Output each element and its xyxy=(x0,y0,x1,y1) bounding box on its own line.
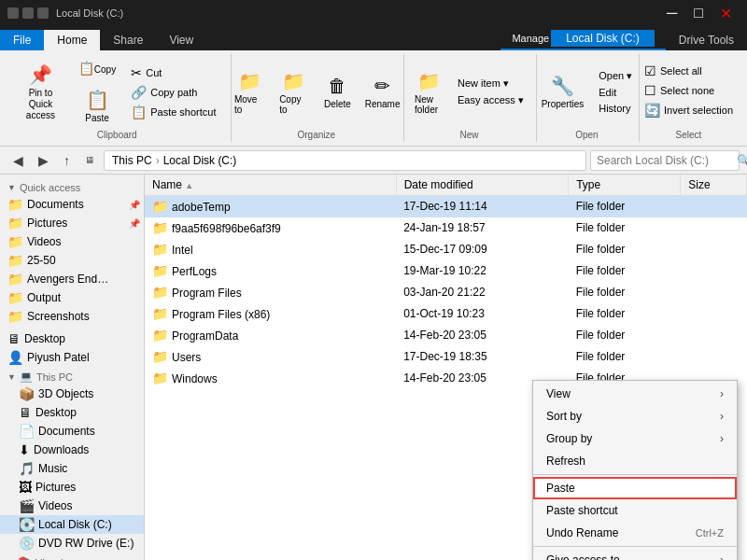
sidebar-item-label: Desktop xyxy=(35,406,77,419)
ctx-view[interactable]: View › xyxy=(533,383,737,405)
back-button[interactable]: ◀ xyxy=(7,150,29,171)
ctx-group-by[interactable]: Group by › xyxy=(533,427,737,450)
tab-drive-tools[interactable]: Drive Tools xyxy=(666,30,747,50)
table-row[interactable]: 📁PerfLogs 19-Mar-19 10:22 File folder xyxy=(145,260,747,282)
edit-button[interactable]: Edit xyxy=(592,85,639,100)
table-row[interactable]: 📁f9aa5f698f96be6af3f9 24-Jan-19 18:57 Fi… xyxy=(145,217,747,239)
new-item-button[interactable]: New item ▾ xyxy=(451,76,530,91)
pin-quick-access-button[interactable]: 📌 Pin to Quick access xyxy=(11,59,70,126)
quick-access-section[interactable]: ▼ Quick access xyxy=(0,178,144,195)
tab-file[interactable]: File xyxy=(0,30,44,50)
table-header-row: Name ▲ Date modified Type Size xyxy=(145,175,747,196)
sidebar-item-desktop2[interactable]: 🖥 Desktop xyxy=(0,403,144,422)
recent-button[interactable]: 🖥 xyxy=(79,152,100,168)
paste-shortcut-button[interactable]: 📋 Paste shortcut xyxy=(124,103,222,121)
search-box[interactable]: 🔍 xyxy=(590,150,740,171)
ctx-paste[interactable]: Paste xyxy=(533,477,737,499)
table-row[interactable]: 📁Users 17-Dec-19 18:35 File folder xyxy=(145,346,747,368)
breadcrumb-thispc[interactable]: This PC xyxy=(112,154,152,167)
maximize-button[interactable]: □ xyxy=(686,3,711,24)
file-size-cell xyxy=(681,282,747,303)
forward-button[interactable]: ▶ xyxy=(33,150,54,171)
this-pc-section[interactable]: ▼ 💻 This PC xyxy=(0,367,144,385)
file-size-cell xyxy=(681,239,747,260)
app-icon xyxy=(7,7,19,19)
table-row[interactable]: 📁Intel 15-Dec-17 09:09 File folder xyxy=(145,239,747,260)
move-to-button[interactable]: 📁 Move to xyxy=(228,65,271,119)
sidebar-item-desktop[interactable]: 🖥 Desktop xyxy=(0,329,144,348)
ctx-sort-by[interactable]: Sort by › xyxy=(533,405,737,427)
invert-selection-button[interactable]: 🔄 Invert selection xyxy=(638,101,740,119)
paste-button[interactable]: 📋 Paste xyxy=(72,84,122,128)
quick-access-arrow: ▼ xyxy=(7,183,16,192)
col-date[interactable]: Date modified xyxy=(396,175,568,196)
up-button[interactable]: ↑ xyxy=(58,150,76,171)
rename-button[interactable]: ✏ Rename xyxy=(359,70,404,114)
delete-button[interactable]: 🗑 Delete xyxy=(317,71,358,114)
file-name-cell: 📁Intel xyxy=(145,239,396,260)
file-type-cell: File folder xyxy=(569,260,681,282)
file-name-cell: 📁Program Files xyxy=(145,282,396,303)
ctx-refresh[interactable]: Refresh xyxy=(533,450,737,472)
sidebar-item-avengers[interactable]: 📁 Avengers Endgame (… xyxy=(0,270,144,288)
select-none-button[interactable]: ☐ Select none xyxy=(638,81,740,100)
window-title: Local Disk (C:) xyxy=(56,7,659,19)
sidebar-item-dvd[interactable]: 💿 DVD RW Drive (E:) xyxy=(0,534,144,553)
copy-to-button[interactable]: 📁 Copy to xyxy=(273,65,315,119)
libraries-section[interactable]: ▶ 📚 Libraries xyxy=(0,553,144,560)
new-folder-button[interactable]: 📁 New folder xyxy=(408,65,449,119)
tab-view[interactable]: View xyxy=(156,30,206,50)
file-type-cell: File folder xyxy=(569,217,681,239)
sidebar-item-downloads[interactable]: ⬇ Downloads xyxy=(0,441,144,459)
pictures-icon: 📁 xyxy=(7,216,23,231)
table-row[interactable]: 📁Program Files 03-Jan-20 21:22 File fold… xyxy=(145,282,747,303)
search-input[interactable] xyxy=(597,154,737,167)
breadcrumb[interactable]: This PC › Local Disk (C:) xyxy=(104,150,586,171)
sidebar-item-screenshots[interactable]: 📁 Screenshots xyxy=(0,307,144,326)
sidebar-item-documents[interactable]: 📁 Documents 📌 xyxy=(0,195,144,214)
history-button[interactable]: History xyxy=(592,101,639,116)
sidebar-item-videos2[interactable]: 🎬 Videos xyxy=(0,497,144,515)
ctx-paste-shortcut[interactable]: Paste shortcut xyxy=(533,499,737,522)
cut-button[interactable]: ✂ Cut xyxy=(124,63,222,82)
file-table: Name ▲ Date modified Type Size 📁adobeTem… xyxy=(145,175,747,389)
sidebar-item-output[interactable]: 📁 Output xyxy=(0,288,144,307)
sidebar-item-user[interactable]: 👤 Piyush Patel xyxy=(0,348,144,367)
close-button[interactable]: ✕ xyxy=(712,3,740,24)
sidebar-item-3d-objects[interactable]: 📦 3D Objects xyxy=(0,385,144,403)
col-type[interactable]: Type xyxy=(569,175,681,196)
col-name[interactable]: Name ▲ xyxy=(145,175,396,196)
easy-access-button[interactable]: Easy access ▾ xyxy=(451,92,530,108)
table-row[interactable]: 📁ProgramData 14-Feb-20 23:05 File folder xyxy=(145,325,747,346)
open-label: Open xyxy=(575,128,598,140)
sidebar-item-pictures[interactable]: 📁 Pictures 📌 xyxy=(0,214,144,232)
select-group: ☑ Select all ☐ Select none 🔄 Invert sele… xyxy=(641,54,740,142)
copy-path-button[interactable]: 🔗 Copy path xyxy=(124,83,222,102)
new-label: New xyxy=(459,128,478,140)
file-name-cell: 📁Program Files (x86) xyxy=(145,303,396,325)
ctx-undo-rename[interactable]: Undo Rename Ctrl+Z xyxy=(533,522,737,544)
table-row[interactable]: 📁adobeTemp 17-Dec-19 11:14 File folder xyxy=(145,196,747,217)
open-button[interactable]: Open ▾ xyxy=(592,68,639,84)
ctx-give-access[interactable]: Give access to › xyxy=(533,549,737,560)
sidebar-item-25-50[interactable]: 📁 25-50 xyxy=(0,251,144,270)
properties-button[interactable]: 🔧 Properties xyxy=(535,70,591,114)
sidebar-item-videos[interactable]: 📁 Videos xyxy=(0,232,144,251)
copy-button[interactable]: 📋 Copy xyxy=(72,56,122,82)
sidebar-item-music[interactable]: 🎵 Music xyxy=(0,459,144,478)
table-row[interactable]: 📁Program Files (x86) 01-Oct-19 10:23 Fil… xyxy=(145,303,747,325)
sidebar-item-local-disk[interactable]: 💽 Local Disk (C:) xyxy=(0,515,144,534)
screenshots-icon: 📁 xyxy=(7,309,23,324)
tab-home[interactable]: Home xyxy=(44,30,100,50)
window-controls[interactable]: ─ □ ✕ xyxy=(659,3,740,24)
file-area[interactable]: Name ▲ Date modified Type Size 📁adobeTem… xyxy=(145,175,747,560)
col-size[interactable]: Size xyxy=(681,175,747,196)
documents-icon: 📁 xyxy=(7,197,23,212)
breadcrumb-localdisk[interactable]: Local Disk (C:) xyxy=(163,154,237,167)
tab-share[interactable]: Share xyxy=(100,30,156,50)
desktop-icon: 🖥 xyxy=(7,331,21,346)
sidebar-item-pictures2[interactable]: 🖼 Pictures xyxy=(0,478,144,497)
sidebar-item-documents2[interactable]: 📄 Documents xyxy=(0,422,144,441)
select-all-button[interactable]: ☑ Select all xyxy=(638,62,740,80)
minimize-button[interactable]: ─ xyxy=(659,3,684,24)
